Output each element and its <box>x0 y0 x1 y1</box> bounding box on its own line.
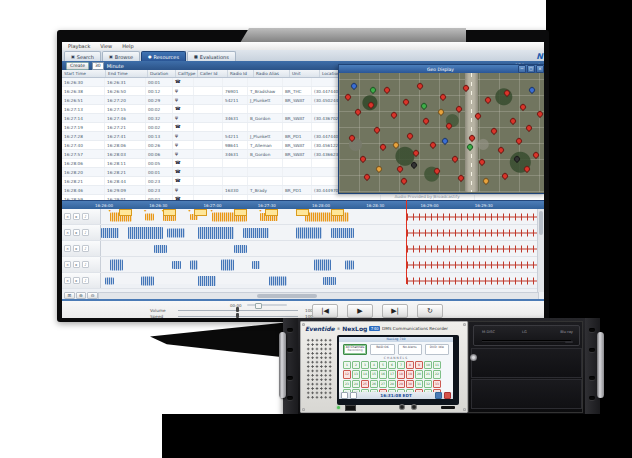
channel-cell[interactable]: 22 <box>433 370 441 379</box>
waveform-segment[interactable] <box>221 259 234 270</box>
create-button[interactable]: Create <box>66 62 89 70</box>
waveform-segment[interactable] <box>172 261 181 269</box>
waveform-segment[interactable] <box>141 276 154 285</box>
channel-cell[interactable]: 14 <box>361 370 369 379</box>
map-pin[interactable] <box>406 131 414 139</box>
map-pin[interactable] <box>379 143 387 151</box>
map-pin[interactable] <box>369 86 377 94</box>
expand-track-icon[interactable]: ▸ <box>73 277 80 284</box>
track-lane[interactable]: ▾▾▾▾▾▾▾ <box>101 209 544 224</box>
expand-track-icon[interactable]: ▸ <box>73 261 80 268</box>
waveform-segment[interactable] <box>323 277 336 285</box>
channel-cell[interactable]: 11 <box>433 361 441 370</box>
tab-evaluations[interactable]: ■ Evaluations <box>187 51 236 61</box>
map-pin[interactable] <box>509 117 517 125</box>
channel-cell[interactable]: 1 <box>343 361 351 370</box>
status-button[interactable]: RAID OK <box>370 344 394 355</box>
map-pin[interactable] <box>455 105 463 113</box>
volume-slider[interactable] <box>236 307 239 312</box>
waveform-segment[interactable] <box>190 260 199 269</box>
channel-cell[interactable]: 30 <box>406 380 414 389</box>
satellite-map[interactable] <box>339 73 544 192</box>
channel-cell[interactable]: 19 <box>406 370 414 379</box>
menu-help[interactable]: Help <box>122 43 133 49</box>
maximize-icon[interactable]: □ <box>527 65 535 73</box>
channel-cell[interactable]: 4 <box>370 361 378 370</box>
channel-cell[interactable]: 6 <box>388 361 396 370</box>
channel-cell[interactable]: 28 <box>388 380 396 389</box>
map-pin[interactable] <box>422 117 430 125</box>
fit-zoom-button[interactable]: ⊞ <box>64 292 75 299</box>
map-pin[interactable] <box>500 172 508 180</box>
map-pin[interactable] <box>531 150 539 158</box>
play-button[interactable]: ▶ <box>347 304 373 318</box>
channel-cell[interactable]: 15 <box>370 370 378 379</box>
channel-cell[interactable]: 9 <box>415 361 423 370</box>
waveform-segment[interactable] <box>345 260 354 269</box>
tab-browse[interactable]: ▣ Browse <box>102 51 140 61</box>
close-icon[interactable]: × <box>536 65 544 73</box>
status-button[interactable]: All ChannelsRecording <box>343 344 367 355</box>
track-lane[interactable] <box>101 225 544 240</box>
channel-cell[interactable]: 20 <box>415 370 423 379</box>
remove-track-icon[interactable]: × <box>64 245 71 252</box>
map-pin[interactable] <box>395 165 403 173</box>
map-pin[interactable] <box>358 155 366 163</box>
map-pin[interactable] <box>515 137 523 145</box>
waveform-segment[interactable] <box>167 228 185 237</box>
remove-track-icon[interactable]: × <box>64 261 71 268</box>
channel-cell[interactable]: 5 <box>379 361 387 370</box>
map-pin[interactable] <box>496 146 504 154</box>
map-pin[interactable] <box>391 141 399 149</box>
speed-slider[interactable] <box>236 313 239 318</box>
map-pin[interactable] <box>420 102 428 110</box>
alert-icon[interactable] <box>444 392 451 399</box>
waveform-segment[interactable] <box>101 228 119 238</box>
channel-cell[interactable]: 17 <box>388 370 396 379</box>
map-pin[interactable] <box>437 107 445 115</box>
column-header-duration[interactable]: Duration <box>148 70 176 77</box>
channel-cell[interactable]: 2 <box>352 361 360 370</box>
waveform-segment[interactable] <box>296 227 323 238</box>
track-lane[interactable] <box>101 257 544 272</box>
waveform-segment[interactable] <box>198 276 216 286</box>
waveform-segment[interactable] <box>252 261 261 269</box>
map-pin[interactable] <box>428 141 436 149</box>
map-pin[interactable] <box>451 155 459 163</box>
waveform-segment[interactable] <box>234 245 247 253</box>
menu-view[interactable]: View <box>100 43 112 49</box>
position-slider[interactable] <box>247 304 287 306</box>
map-pin[interactable] <box>503 88 511 96</box>
waveform-segment[interactable] <box>154 245 167 253</box>
map-pin[interactable] <box>350 81 358 89</box>
channel-cell[interactable]: 29 <box>397 380 405 389</box>
map-pin[interactable] <box>367 100 375 108</box>
channel-cell[interactable]: 23 <box>343 380 351 389</box>
map-pin[interactable] <box>348 134 356 142</box>
waveform-segment[interactable] <box>145 213 154 220</box>
tab-resources[interactable]: ● Resources <box>141 51 186 61</box>
waveform-segment[interactable] <box>105 277 114 284</box>
channel-cell[interactable]: 12 <box>343 370 351 379</box>
channel-cell[interactable]: 27 <box>379 380 387 389</box>
map-pin[interactable] <box>389 111 397 119</box>
map-pin[interactable] <box>373 125 381 133</box>
remove-track-icon[interactable]: × <box>64 213 71 220</box>
channel-cell[interactable]: 25 <box>361 380 369 389</box>
waveform-segment[interactable] <box>198 227 233 239</box>
map-pin[interactable] <box>478 157 486 165</box>
track-lane[interactable] <box>101 241 544 256</box>
map-pin[interactable] <box>344 93 352 101</box>
previous-button[interactable]: |◀ <box>312 304 338 318</box>
channel-cell[interactable]: 8 <box>406 361 414 370</box>
channel-cell[interactable]: 13 <box>352 370 360 379</box>
expand-track-icon[interactable]: ▸ <box>73 213 80 220</box>
map-pin[interactable] <box>484 96 492 104</box>
zoom-in-button[interactable]: ⊕ <box>76 292 87 299</box>
map-pin[interactable] <box>482 176 490 184</box>
channel-cell[interactable]: 26 <box>370 380 378 389</box>
status-button[interactable]: DVD: Idle <box>425 344 449 355</box>
map-pin[interactable] <box>523 165 531 173</box>
column-header-calltype[interactable]: CallType <box>176 70 198 77</box>
map-pin[interactable] <box>439 93 447 101</box>
